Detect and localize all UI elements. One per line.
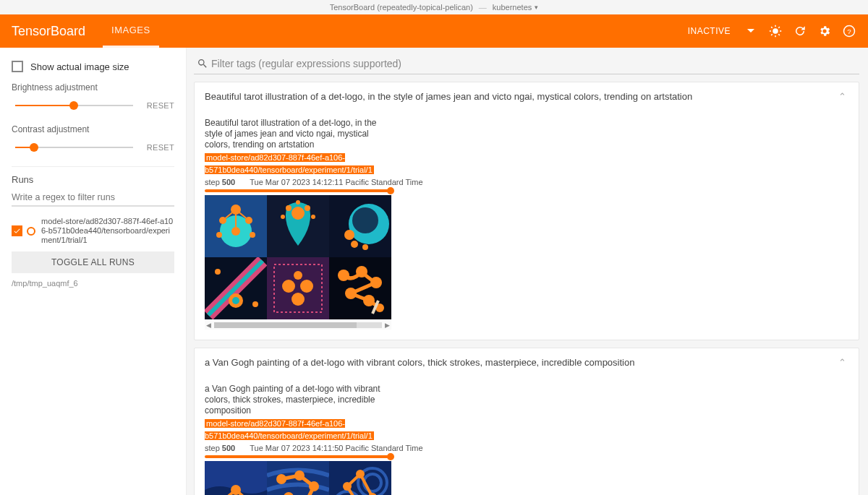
contrast-reset-button[interactable]: RESET [147, 143, 174, 152]
tag-filter [194, 55, 859, 74]
search-icon [197, 58, 208, 72]
help-icon[interactable]: ? [842, 24, 856, 38]
thumbnail[interactable] [205, 257, 267, 319]
runs-regex-input[interactable] [12, 189, 174, 207]
show-actual-size-label: Show actual image size [30, 61, 129, 72]
svg-point-9 [250, 232, 255, 238]
chevron-down-icon[interactable]: ▾ [535, 4, 538, 11]
run-tag: model-store/ad82d307-887f-46ef-a106-b571… [205, 153, 374, 174]
svg-point-13 [286, 205, 292, 211]
svg-point-31 [282, 280, 295, 293]
svg-point-32 [300, 280, 313, 293]
dropdown-arrow-icon[interactable] [744, 24, 758, 38]
card-header[interactable]: Beautiful tarot illustration of a det-lo… [195, 82, 859, 111]
svg-point-8 [216, 232, 222, 238]
horizontal-scrollbar[interactable]: ◀ ▶ [205, 321, 391, 330]
svg-point-0 [773, 28, 778, 34]
svg-point-27 [215, 269, 221, 275]
svg-point-26 [232, 297, 239, 304]
logdir-path: /tmp/tmp_uaqmf_6 [12, 279, 174, 288]
tab-images[interactable]: IMAGES [103, 14, 159, 48]
brightness-slider[interactable] [12, 98, 137, 113]
window-titlebar: TensorBoard (repeatedly-topical-pelican)… [0, 0, 868, 14]
scroll-left-icon[interactable]: ◀ [205, 322, 213, 329]
tag-filter-input[interactable] [194, 55, 859, 74]
run-checkbox[interactable] [12, 225, 22, 236]
thumbnail[interactable] [267, 195, 329, 257]
svg-point-12 [292, 207, 305, 220]
scroll-right-icon[interactable]: ▶ [383, 322, 391, 329]
timestamp: Tue Mar 07 2023 14:11:50 Pacific Standar… [250, 444, 422, 452]
run-item[interactable]: model-store/ad82d307-887f-46ef-a106-b571… [12, 217, 174, 246]
run-tag: model-store/ad82d307-887f-46ef-a106-b571… [205, 419, 374, 440]
titlebar-app: TensorBoard (repeatedly-topical-pelican) [330, 3, 473, 12]
image-card: a Van Gogh painting of a det-logo with v… [194, 348, 859, 495]
step-slider[interactable] [205, 189, 391, 192]
status-inactive[interactable]: INACTIVE [688, 26, 731, 36]
toggle-all-runs-button[interactable]: TOGGLE ALL RUNS [12, 251, 174, 273]
runs-header: Runs [12, 166, 174, 185]
sidebar: Show actual image size Brightness adjust… [0, 48, 187, 495]
thumbnail[interactable] [329, 461, 391, 495]
svg-point-17 [296, 200, 300, 205]
svg-text:?: ? [847, 27, 851, 35]
thumbnail[interactable] [205, 461, 267, 495]
svg-point-28 [252, 301, 258, 307]
brightness-reset-button[interactable]: RESET [147, 101, 174, 110]
titlebar-env[interactable]: kubernetes [493, 3, 532, 12]
svg-rect-29 [267, 257, 329, 319]
step-info: step 500 [205, 444, 235, 452]
app-header: TensorBoard IMAGES INACTIVE ? [0, 14, 868, 48]
svg-point-34 [294, 271, 302, 280]
step-info: step 500 [205, 178, 235, 186]
run-label: model-store/ad82d307-887f-46ef-a106-b571… [41, 217, 174, 246]
titlebar-separator: — [479, 3, 487, 12]
show-actual-size-checkbox[interactable] [12, 61, 23, 72]
contrast-label: Contrast adjustment [12, 124, 174, 134]
gear-icon[interactable] [817, 24, 832, 38]
thumbnail[interactable] [329, 195, 391, 257]
thumbnail[interactable] [205, 195, 267, 257]
card-header[interactable]: a Van Gogh painting of a det-logo with v… [195, 348, 859, 376]
refresh-icon[interactable] [793, 24, 807, 38]
contrast-slider[interactable] [12, 140, 137, 155]
run-color-swatch [27, 227, 35, 236]
svg-point-20 [352, 207, 378, 233]
image-card: Beautiful tarot illustration of a det-lo… [194, 82, 859, 340]
chevron-up-icon[interactable]: ⌃ [835, 91, 848, 102]
svg-point-14 [305, 205, 310, 211]
card-title: a Van Gogh painting of a det-logo with v… [205, 357, 835, 368]
image-grid [205, 195, 391, 319]
thumbnail[interactable] [267, 461, 329, 495]
thumbnail[interactable] [267, 257, 329, 319]
svg-point-21 [344, 230, 354, 240]
step-slider[interactable] [205, 455, 391, 458]
svg-point-33 [292, 293, 305, 306]
svg-point-15 [281, 215, 285, 219]
main-content: Beautiful tarot illustration of a det-lo… [187, 48, 868, 495]
card-title: Beautiful tarot illustration of a det-lo… [205, 91, 835, 102]
brightness-label: Brightness adjustment [12, 82, 174, 92]
svg-point-16 [311, 215, 315, 219]
timestamp: Tue Mar 07 2023 14:12:11 Pacific Standar… [250, 178, 422, 186]
chevron-up-icon[interactable]: ⌃ [835, 357, 848, 368]
image-caption: a Van Gogh painting of a det-logo with v… [205, 384, 393, 416]
brand-logo: TensorBoard [12, 24, 85, 39]
image-grid [205, 461, 391, 495]
svg-point-23 [362, 244, 368, 250]
thumbnail[interactable] [329, 257, 391, 319]
svg-point-22 [351, 241, 358, 248]
brightness-icon[interactable] [768, 24, 783, 38]
image-caption: Beautiful tarot illustration of a det-lo… [205, 118, 393, 150]
